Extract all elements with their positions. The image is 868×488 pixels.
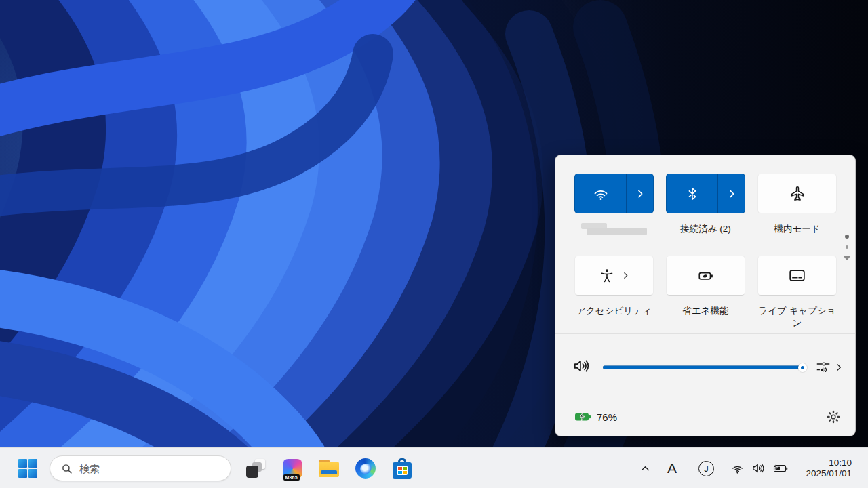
taskbar: M365 A J	[0, 447, 868, 488]
file-explorer-button[interactable]	[318, 458, 340, 479]
clock-date: 2025/01/01	[806, 468, 852, 479]
windows-logo-icon	[28, 469, 37, 478]
bluetooth-tile[interactable]	[666, 174, 745, 214]
volume-slider[interactable]	[603, 366, 806, 369]
audio-output-selector[interactable]	[816, 360, 844, 375]
file-explorer-icon	[319, 460, 339, 477]
tray-volume-button[interactable]	[751, 448, 768, 488]
settings-button[interactable]	[826, 409, 841, 424]
wifi-icon	[593, 186, 609, 202]
live-captions-icon	[788, 266, 806, 285]
windows-logo-icon	[18, 459, 27, 468]
m365-badge: M365	[283, 474, 300, 481]
clock-time: 10:10	[806, 458, 852, 468]
search-input[interactable]	[79, 463, 208, 474]
accessibility-tile[interactable]	[574, 256, 654, 296]
search-icon	[61, 463, 73, 474]
speaker-icon	[572, 357, 590, 375]
task-view-icon	[246, 459, 265, 478]
qs-divider	[555, 333, 855, 334]
volume-slider-thumb[interactable]	[798, 363, 807, 372]
chevron-right-icon	[635, 188, 646, 199]
battery-percent-label: 76%	[597, 411, 617, 423]
volume-slider-fill	[603, 366, 800, 369]
page-dot-current[interactable]	[845, 235, 849, 239]
volume-row	[555, 354, 855, 381]
airplane-mode-tile[interactable]	[757, 174, 837, 214]
gear-icon	[826, 409, 841, 424]
wifi-icon	[731, 462, 744, 475]
accessibility-person-icon	[599, 268, 615, 284]
qs-page-indicator	[842, 235, 852, 260]
speaker-icon	[751, 462, 765, 475]
bluetooth-toggle[interactable]	[667, 174, 717, 213]
chevron-right-icon	[621, 271, 630, 280]
microsoft-store-button[interactable]	[391, 458, 413, 479]
expand-down-icon[interactable]	[843, 256, 851, 260]
ime-mode-button[interactable]: A	[667, 448, 682, 488]
energy-saver-icon	[697, 267, 715, 285]
tray-network-button[interactable]	[731, 448, 746, 488]
wifi-network-label-redacted	[581, 223, 647, 235]
bluetooth-icon	[685, 186, 700, 201]
tray-clock[interactable]: 10:10 2025/01/01	[806, 458, 852, 479]
tray-app-button[interactable]: J	[698, 448, 715, 488]
taskbar-search[interactable]	[50, 455, 231, 481]
page-dot[interactable]	[846, 245, 849, 249]
airplane-tile-label: 機内モード	[757, 223, 837, 235]
qs-footer: 76%	[555, 397, 855, 436]
battery-status[interactable]: 76%	[574, 409, 617, 424]
j-circle-icon: J	[698, 461, 714, 476]
chevron-right-icon	[834, 363, 844, 372]
chevron-up-icon	[639, 463, 651, 474]
energy-saver-tile[interactable]	[666, 256, 745, 296]
windows-logo-icon	[18, 469, 27, 478]
bluetooth-tile-label: 接続済み (2)	[666, 223, 745, 235]
ime-mode-label: A	[667, 460, 677, 476]
audio-mixer-icon	[816, 360, 831, 375]
copilot-icon: M365	[283, 459, 302, 479]
volume-mute-button[interactable]	[572, 357, 590, 378]
energy-tile-label: 省エネ機能	[666, 305, 745, 317]
battery-charging-icon	[772, 462, 788, 474]
microsoft-edge-icon	[355, 458, 376, 479]
wifi-toggle[interactable]	[575, 174, 626, 213]
live-captions-tile[interactable]	[757, 256, 837, 296]
bluetooth-expand-button[interactable]	[717, 174, 745, 213]
task-view-button[interactable]	[245, 458, 267, 479]
copilot-m365-button[interactable]: M365	[281, 458, 303, 479]
chevron-right-icon	[726, 188, 737, 199]
tray-overflow-button[interactable]	[639, 448, 654, 488]
tray-battery-button[interactable]	[772, 448, 789, 488]
captions-tile-label: ライブ キャプション	[757, 305, 837, 329]
battery-charging-icon	[574, 409, 592, 424]
accessibility-tile-label: アクセシビリティ	[574, 305, 654, 317]
start-button[interactable]	[18, 459, 37, 478]
windows-logo-icon	[28, 459, 37, 468]
quick-settings-panel: 接続済み (2) 機内モード アクセシビリティ 省エネ機能 ライブ キャプション	[555, 155, 856, 436]
taskbar-app-icons: M365	[245, 458, 413, 479]
edge-button[interactable]	[355, 458, 376, 479]
microsoft-store-icon	[393, 458, 412, 479]
wifi-tile[interactable]	[574, 174, 654, 214]
airplane-icon	[789, 185, 806, 203]
wifi-expand-button[interactable]	[626, 174, 653, 213]
